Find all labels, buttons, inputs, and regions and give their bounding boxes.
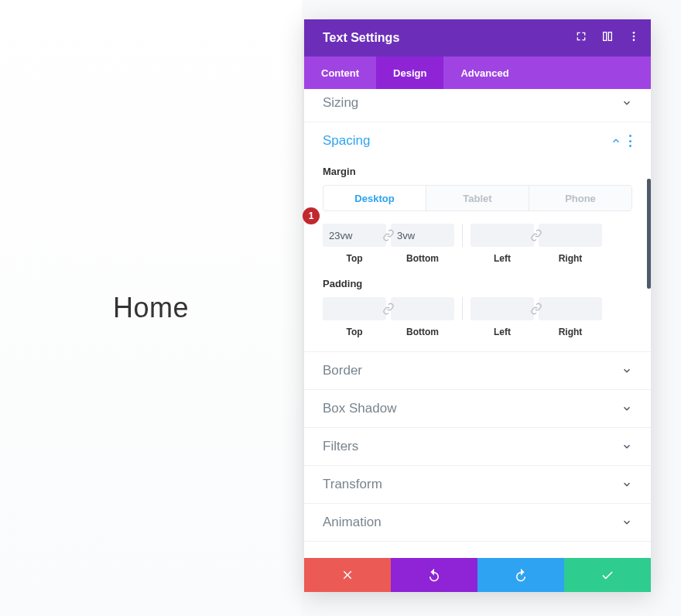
margin-top-sublabel: Top [346, 253, 362, 264]
padding-top-bottom-pair: Top Bottom [323, 297, 454, 337]
device-tab-tablet[interactable]: Tablet [426, 186, 529, 210]
section-title-spacing: Spacing [323, 133, 370, 149]
chevron-down-icon [621, 479, 632, 490]
help-link[interactable]: ? Help [304, 542, 651, 558]
section-transform[interactable]: Transform [304, 466, 651, 504]
margin-left-input[interactable] [471, 224, 534, 247]
chevron-down-icon [621, 98, 632, 108]
padding-label: Padding [323, 278, 632, 289]
section-border[interactable]: Border [304, 352, 651, 390]
margin-left-right-pair: Left Right [471, 224, 602, 264]
save-button[interactable] [564, 558, 651, 592]
device-tab-desktop[interactable]: Desktop [323, 186, 426, 210]
section-title-filters: Filters [323, 439, 358, 454]
padding-left-input[interactable] [471, 297, 534, 320]
spacing-section-body: Margin Desktop Tablet Phone Top [304, 159, 651, 352]
section-title-animation: Animation [323, 515, 382, 530]
panel-body: Sizing Spacing Margin Desktop Tablet Pho… [304, 89, 651, 558]
preview-area: Home [0, 0, 302, 616]
margin-inputs-row: Top Bottom Left [323, 224, 632, 264]
section-title-box-shadow: Box Shadow [323, 401, 396, 416]
link-icon[interactable] [529, 228, 543, 242]
section-spacing[interactable]: Spacing [304, 122, 651, 159]
tab-design[interactable]: Design [376, 56, 443, 89]
section-filters[interactable]: Filters [304, 428, 651, 466]
svg-point-2 [633, 39, 635, 41]
section-title-sizing: Sizing [323, 95, 358, 111]
margin-left-sublabel: Left [494, 253, 511, 264]
tab-content[interactable]: Content [304, 56, 376, 89]
padding-right-sublabel: Right [559, 327, 583, 337]
section-title-transform: Transform [323, 477, 382, 492]
margin-right-sublabel: Right [559, 253, 583, 264]
chevron-down-icon [621, 365, 632, 376]
margin-label: Margin [323, 166, 632, 177]
tab-advanced[interactable]: Advanced [443, 56, 525, 89]
margin-right-input[interactable] [539, 224, 602, 247]
section-box-shadow[interactable]: Box Shadow [304, 390, 651, 428]
padding-top-sublabel: Top [346, 327, 362, 337]
panel-header: Text Settings [304, 19, 651, 56]
kebab-icon[interactable] [628, 30, 640, 46]
padding-top-input[interactable] [323, 297, 386, 320]
padding-bottom-input[interactable] [391, 297, 454, 320]
scrollbar-thumb[interactable] [647, 179, 651, 289]
svg-point-0 [633, 32, 635, 34]
redo-button[interactable] [477, 558, 564, 592]
divider [462, 297, 463, 320]
expand-icon[interactable] [575, 30, 587, 46]
preview-home-text: Home [113, 292, 189, 324]
link-icon[interactable] [529, 302, 543, 316]
margin-top-input[interactable] [323, 224, 386, 247]
annotation-badge-1: 1 [303, 207, 320, 224]
device-tabs: Desktop Tablet Phone [323, 185, 632, 211]
settings-panel: Text Settings Content Design Advanced Si… [304, 19, 651, 592]
padding-right-input[interactable] [539, 297, 602, 320]
padding-left-right-pair: Left Right [471, 297, 602, 337]
cancel-button[interactable] [304, 558, 391, 592]
padding-left-sublabel: Left [494, 327, 511, 337]
chevron-down-icon [621, 517, 632, 528]
section-title-border: Border [323, 363, 362, 378]
columns-icon[interactable] [601, 30, 614, 46]
padding-inputs-row: Top Bottom Left [323, 297, 632, 337]
margin-top-bottom-pair: Top Bottom [323, 224, 454, 264]
section-sizing[interactable]: Sizing [304, 89, 651, 122]
device-tab-phone[interactable]: Phone [529, 186, 631, 210]
svg-point-1 [633, 36, 635, 38]
padding-bottom-sublabel: Bottom [406, 327, 439, 337]
undo-button[interactable] [391, 558, 477, 592]
link-icon[interactable] [382, 228, 395, 242]
panel-footer [304, 558, 651, 592]
chevron-down-icon [621, 403, 632, 414]
chevron-up-icon [611, 135, 621, 146]
link-icon[interactable] [382, 302, 395, 316]
chevron-down-icon [621, 441, 632, 452]
margin-bottom-input[interactable] [391, 224, 454, 247]
section-animation[interactable]: Animation [304, 504, 651, 542]
margin-bottom-sublabel: Bottom [406, 253, 439, 264]
section-options-icon[interactable] [629, 135, 632, 147]
panel-header-icons [575, 30, 640, 46]
panel-tabs: Content Design Advanced [304, 56, 651, 89]
divider [462, 224, 463, 247]
panel-title: Text Settings [323, 31, 399, 45]
